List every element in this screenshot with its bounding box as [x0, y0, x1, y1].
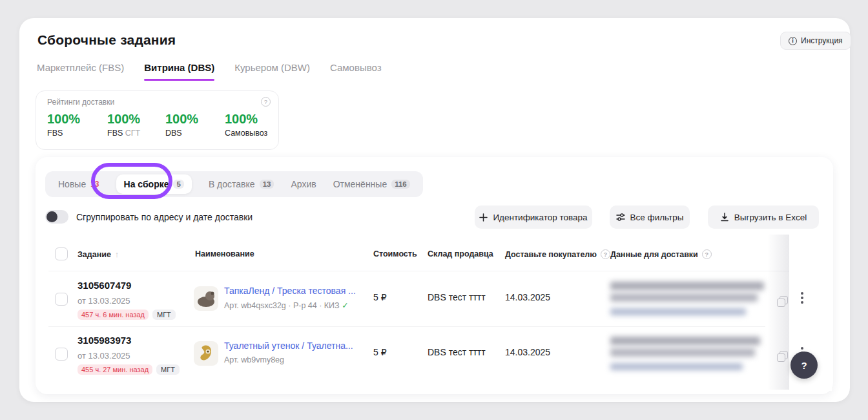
plus-icon: [479, 213, 488, 222]
mgt-badge: МГТ: [152, 310, 176, 320]
warehouse-cell: DBS тест тттт: [428, 347, 486, 357]
active-tab-underline: [144, 79, 214, 81]
instruction-button[interactable]: i Инструкция: [780, 32, 851, 50]
sort-asc-icon: ↑: [115, 249, 119, 259]
info-icon: i: [789, 37, 797, 45]
tab-vitrina-dbs[interactable]: Витрина (DBS): [144, 62, 214, 81]
deliver-by-cell: 14.03.2025: [505, 292, 550, 302]
rating-dbs: 100% DBS: [165, 112, 198, 138]
instruction-label: Инструкция: [801, 36, 843, 45]
col-header-task[interactable]: Задание ↑: [78, 249, 119, 259]
mgt-badge: МГТ: [156, 364, 180, 375]
status-tabs: Новые 13 На сборке 5 В доставке 13 Архив…: [45, 171, 423, 197]
assembling-count: 5: [173, 180, 183, 189]
ratings-help-icon[interactable]: ?: [261, 97, 271, 107]
task-id: 3105983973: [78, 335, 131, 346]
col-header-price: Стоимость: [373, 249, 417, 258]
delivery-ratings-card: Рейтинги доставки ? 100% FBS 100% FBS СГ…: [36, 90, 279, 150]
overdue-badge: 457 ч. 6 мин. назад: [78, 310, 149, 320]
in-delivery-count: 13: [260, 180, 274, 189]
status-tab-cancelled[interactable]: Отменённые 116: [333, 179, 410, 189]
status-tab-assembling[interactable]: На сборке 5: [116, 174, 192, 194]
tab-marketplace-fbs[interactable]: Маркетплейс (FBS): [37, 62, 124, 81]
filters-icon: [616, 213, 625, 222]
rating-fbs-sgt: 100% FBS СГТ: [107, 112, 140, 138]
status-tab-new[interactable]: Новые 13: [58, 179, 99, 189]
orders-panel: Новые 13 На сборке 5 В доставке 13 Архив…: [36, 157, 833, 394]
row-menu-button[interactable]: [798, 289, 806, 306]
help-fab[interactable]: ?: [790, 352, 818, 379]
main-tabs: Маркетплейс (FBS) Витрина (DBS) Курьером…: [37, 62, 382, 81]
all-filters-button[interactable]: Все фильтры: [610, 205, 690, 229]
product-link[interactable]: ТапкаЛенд / Треска тестовая ...: [224, 286, 356, 296]
copy-icon[interactable]: [777, 296, 787, 306]
overdue-badge: 455 ч. 27 мин. назад: [78, 364, 152, 375]
row-checkbox[interactable]: [55, 293, 68, 306]
page-title: Сборочные задания: [37, 32, 176, 48]
kiz-check-icon: ✓: [342, 301, 348, 310]
deliver-by-help-icon[interactable]: ?: [601, 249, 610, 259]
col-header-warehouse: Склад продавца: [428, 249, 493, 258]
status-tab-archive[interactable]: Архив: [291, 179, 316, 189]
status-tab-in-delivery[interactable]: В доставке 13: [209, 179, 274, 189]
cancelled-count: 116: [391, 180, 410, 189]
header-divider: [48, 271, 791, 271]
page: Сборочные задания i Инструкция Маркетпле…: [0, 0, 868, 420]
product-article: Арт. wb9vmy8eg: [224, 355, 284, 364]
group-toggle-label: Сгруппировать по адресу и дате доставки: [76, 212, 253, 222]
table-row: 3105983973 от 13.03.2025 455 ч. 27 мин. …: [36, 333, 833, 381]
table-row: 3105607479 от 13.03.2025 457 ч. 6 мин. н…: [36, 278, 833, 326]
row-divider: [48, 326, 765, 327]
main-card: Сборочные задания i Инструкция Маркетпле…: [19, 18, 850, 402]
product-article: Арт. wb4qsxc32g · Р-р 44 · КИЗ ✓: [224, 300, 349, 310]
rating-fbs: 100% FBS: [47, 112, 80, 138]
delivery-data-help-icon[interactable]: ?: [702, 249, 712, 259]
price-cell: 5 ₽: [373, 347, 387, 357]
product-link[interactable]: Туалетный утенок / Туалетна...: [224, 341, 353, 351]
deliver-by-cell: 14.03.2025: [505, 347, 550, 357]
task-id: 3105607479: [78, 280, 131, 291]
row-checkbox[interactable]: [55, 348, 68, 361]
ratings-title: Рейтинги доставки: [47, 98, 114, 107]
tab-pickup[interactable]: Самовывоз: [330, 62, 382, 81]
col-header-delivery-data: Данные для доставки ?: [610, 249, 712, 259]
col-header-name: Наименование: [195, 249, 254, 258]
add-product-id-button[interactable]: Идентификатор товара: [475, 205, 592, 229]
copy-icon[interactable]: [777, 351, 787, 361]
tab-courier-dbw[interactable]: Курьером (DBW): [234, 62, 310, 81]
group-toggle-row: Сгруппировать по адресу и дате доставки: [45, 210, 253, 224]
task-date: от 13.03.2025: [78, 351, 130, 361]
download-icon: [720, 213, 729, 222]
task-date: от 13.03.2025: [78, 296, 130, 306]
group-toggle[interactable]: [45, 210, 68, 224]
product-thumbnail: [194, 341, 218, 366]
new-count: 13: [90, 180, 99, 189]
rating-pickup: 100% Самовывоз: [225, 112, 267, 138]
select-all-checkbox[interactable]: [55, 247, 68, 260]
warehouse-cell: DBS тест тттт: [428, 292, 486, 302]
col-header-deliver-by: Доставьте покупателю ?: [505, 249, 610, 259]
price-cell: 5 ₽: [373, 292, 387, 302]
product-thumbnail: [194, 286, 218, 311]
export-excel-button[interactable]: Выгрузить в Excel: [708, 205, 819, 229]
toggle-knob: [46, 211, 57, 222]
